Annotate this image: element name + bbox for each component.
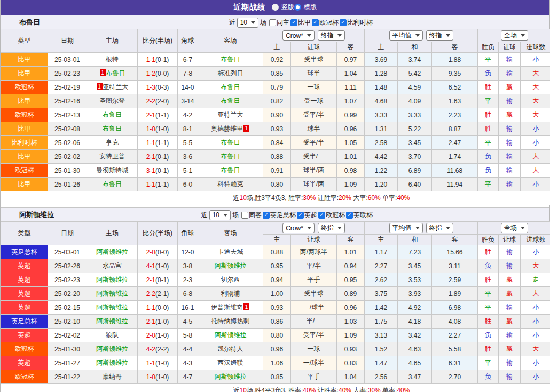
team-name: 卡迪夫城: [218, 248, 243, 255]
home-team-cell: 阿斯顿维拉: [87, 287, 138, 301]
home-team-cell: 亨克: [87, 136, 138, 150]
summary-stat-value: 40%: [339, 387, 351, 392]
team-name: 阿斯顿维拉: [215, 373, 247, 380]
average-odds-cell: 4.65: [398, 356, 432, 370]
bookmaker-select[interactable]: Crow*: [282, 223, 315, 233]
league-type-cell: 英超: [1, 329, 48, 342]
league-type-cell: 欧冠杯: [1, 108, 48, 122]
fulltime-select[interactable]: 全场: [501, 30, 528, 41]
away-team-cell: 卡迪夫城: [198, 245, 263, 259]
league-filter-checkbox[interactable]: 同客: [241, 211, 262, 220]
checkbox-checked-icon[interactable]: ✓: [297, 212, 304, 219]
bookmaker-select[interactable]: Crow*: [282, 30, 315, 41]
date-cell: 25-02-20: [48, 287, 87, 301]
column-header: 主场: [87, 222, 138, 245]
summary-stat-label: 大率:: [351, 387, 368, 392]
recent-count-select[interactable]: 10: [237, 18, 258, 28]
average-odds-cell: 3.33: [398, 108, 432, 122]
red-card-badge: 1: [100, 69, 106, 76]
final-index-select[interactable]: 终指: [426, 30, 453, 41]
recent-count-select[interactable]: 10: [209, 210, 231, 220]
checkbox-label: 同主: [276, 18, 289, 27]
result-cell: 输: [499, 370, 521, 384]
checkbox-unchecked-icon[interactable]: [241, 212, 248, 219]
summary-stat-label: 场,胜3平4负3, 胜率:: [247, 194, 303, 202]
result-cell: 平: [478, 178, 499, 191]
section-filter-row: 阿斯顿维拉近10场同客✓英足总杯✓英超✓欧冠杯✓英联杯: [1, 207, 549, 221]
final-index-select[interactable]: 终指: [426, 223, 453, 233]
league-filter-checkbox[interactable]: ✓比利时杯: [340, 18, 373, 27]
summary-row: 近10场,胜4平3负3, 胜率:40% 让胜率:40% 大率:30% 单率:40…: [1, 384, 550, 392]
result-cell: 胜: [478, 273, 499, 287]
fulltime-select[interactable]: 全场: [501, 223, 528, 233]
league-type-cell: 英足总杯: [1, 315, 48, 329]
league-filter-checkbox[interactable]: ✓欧冠杯: [312, 18, 339, 27]
layout-radio-group: 竖版横版: [272, 3, 317, 13]
league-filter-checkbox[interactable]: 同主: [269, 18, 289, 27]
odds-cell: 0.83: [337, 356, 365, 370]
league-filter-checkbox[interactable]: ✓英超: [297, 211, 317, 220]
fulltime-score: 2-1: [146, 318, 155, 325]
team-name: 阿斯顿维拉: [96, 303, 128, 311]
halftime-score: (1-0): [155, 262, 169, 270]
average-odds-cell: 2.47: [432, 136, 478, 150]
result-cell: 负: [478, 370, 499, 384]
checkbox-checked-icon[interactable]: ✓: [340, 19, 347, 26]
final-index-select[interactable]: 终指: [318, 30, 345, 41]
average-select[interactable]: 平均值: [389, 30, 423, 41]
team-name: 狼队: [106, 331, 119, 339]
average-odds-cell: 2.23: [432, 108, 478, 122]
match-row: 比甲25-03-01根特1-1(0-1)6-7布鲁日0.92受半球0.973.6…: [1, 53, 550, 67]
odds-cell: 1.06: [263, 356, 291, 370]
league-filter-checkbox[interactable]: ✓英足总杯: [263, 211, 296, 220]
result-cell: 小: [521, 356, 550, 370]
team-name: 科特赖克: [218, 180, 243, 188]
team-name: 奥德赫维里: [211, 125, 243, 132]
team-name: 阿斯顿维拉: [96, 345, 128, 353]
corner-cell: 4-2: [178, 108, 198, 122]
checkbox-unchecked-icon[interactable]: [269, 19, 276, 26]
average-select-value: 平均值: [392, 31, 412, 40]
radio-unselected-icon: [272, 4, 279, 11]
away-team-cell: 利物浦: [198, 287, 263, 301]
checkbox-checked-icon[interactable]: ✓: [318, 212, 325, 219]
odds-cell: 受平/半: [291, 136, 337, 150]
halftime-score: (0-1): [155, 276, 169, 284]
fulltime-score: 1-1: [146, 56, 155, 63]
league-filter-checkbox[interactable]: ✓英联杯: [346, 211, 373, 220]
checkbox-checked-icon[interactable]: ✓: [312, 19, 319, 26]
average-select[interactable]: 平均值: [389, 223, 423, 233]
fulltime-score: 1-1: [146, 139, 155, 147]
average-odds-cell: 3.13: [365, 329, 398, 342]
fulltime-score: 2-2: [146, 290, 155, 298]
match-row: 英超25-02-23阿斯顿维拉2-1(0-1)2-3切尔西0.94平手0.952…: [1, 273, 550, 287]
column-header: 比分(半场): [138, 29, 178, 53]
odds-cell: 1.00: [263, 287, 291, 301]
average-odds-cell: 1.63: [432, 94, 478, 108]
halftime-score: (1-1): [155, 181, 169, 188]
checkbox-checked-icon[interactable]: ✓: [263, 212, 270, 219]
final-index-select[interactable]: 终指: [318, 223, 345, 233]
team-name: 阿斯顿维拉: [96, 317, 128, 325]
odds-cell: 平手: [291, 370, 337, 384]
result-cell: 输: [499, 67, 521, 81]
average-odds-cell: 15.66: [432, 245, 478, 259]
score-cell: 1-0(1-0): [138, 370, 178, 384]
league-type-cell: 英超: [1, 301, 48, 315]
odds-cell: 平手: [291, 273, 337, 287]
date-cell: 25-02-19: [48, 81, 87, 94]
checkbox-checked-icon[interactable]: ✓: [346, 212, 353, 219]
chevron-down-icon: [223, 214, 227, 217]
layout-radio-vertical[interactable]: 竖版: [272, 3, 294, 12]
halftime-score: (2-2): [155, 346, 169, 353]
league-filter-checkbox[interactable]: ✓比甲: [290, 18, 311, 27]
score-cell: 4-1(1-0): [138, 259, 178, 273]
layout-radio-horizontal[interactable]: 横版: [294, 3, 317, 12]
halftime-score: (0-0): [155, 70, 169, 77]
checkbox-checked-icon[interactable]: ✓: [290, 19, 297, 26]
score-cell: 2-1(1-0): [138, 315, 178, 329]
score-cell: 1-3(0-3): [138, 81, 178, 94]
league-filter-checkbox[interactable]: ✓欧冠杯: [318, 211, 345, 220]
team-name: 阿斯顿维拉: [96, 248, 128, 255]
red-card-badge: 1: [243, 125, 249, 132]
